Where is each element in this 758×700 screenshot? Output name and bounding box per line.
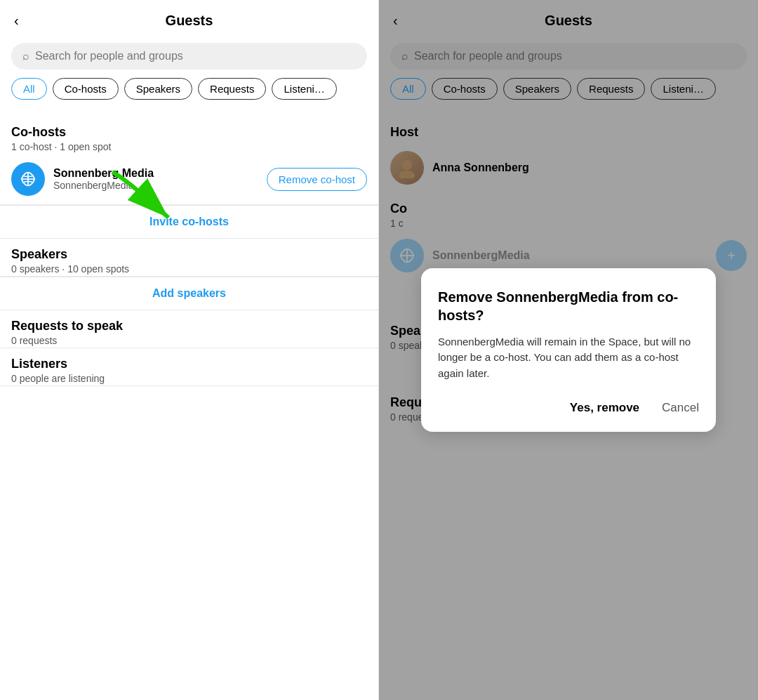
left-divider-6 — [0, 385, 378, 386]
modal-body: SonnenbergMedia will remain in the Space… — [438, 334, 699, 382]
left-speakers-title: Speakers — [11, 247, 367, 262]
remove-cohost-button[interactable]: Remove co-host — [267, 168, 367, 191]
remove-cohost-modal: Remove SonnenbergMedia from co-hosts? So… — [421, 268, 716, 432]
left-tab-all[interactable]: All — [11, 78, 47, 100]
left-search-bar[interactable]: ⌕ — [11, 43, 367, 70]
left-invite-cohosts-link[interactable]: Invite co-hosts — [0, 205, 378, 238]
left-tab-cohosts[interactable]: Co-hosts — [53, 78, 119, 100]
left-search-icon: ⌕ — [22, 50, 29, 62]
left-cohosts-title: Co-hosts — [11, 125, 367, 140]
left-tab-speakers[interactable]: Speakers — [124, 78, 192, 100]
left-sonnenberg-handle: SonnenbergMedia — [53, 180, 258, 191]
left-speakers-subtitle: 0 speakers · 10 open spots — [11, 263, 367, 275]
left-title: Guests — [166, 13, 213, 29]
left-requests-section: Requests to speak 0 requests — [0, 310, 378, 348]
left-cohosts-section: Co-hosts 1 co-host · 1 open spot — [0, 117, 378, 154]
left-add-speakers-link[interactable]: Add speakers — [0, 277, 378, 310]
modal-confirm-button[interactable]: Yes, remove — [570, 398, 639, 418]
left-listeners-section: Listeners 0 people are listening — [0, 348, 378, 385]
left-sonnenberg-row: Sonnenberg Media SonnenbergMedia Remove … — [0, 154, 378, 204]
left-speakers-section: Speakers 0 speakers · 10 open spots — [0, 239, 378, 276]
right-panel: ‹ Guests ⌕ All Co-hosts Speakers Request… — [379, 0, 758, 700]
left-tab-listeners[interactable]: Listeni… — [272, 78, 336, 100]
modal-cancel-button[interactable]: Cancel — [662, 398, 699, 418]
left-requests-title: Requests to speak — [11, 319, 367, 334]
left-back-button[interactable]: ‹ — [14, 13, 19, 29]
left-sonnenberg-info: Sonnenberg Media SonnenbergMedia — [53, 167, 258, 191]
modal-overlay: Remove SonnenbergMedia from co-hosts? So… — [379, 0, 758, 700]
left-panel: ‹ Guests ⌕ All Co-hosts Speakers Request… — [0, 0, 379, 700]
left-sonnenberg-name: Sonnenberg Media — [53, 167, 258, 180]
left-search-input[interactable] — [35, 50, 356, 62]
left-tab-requests[interactable]: Requests — [198, 78, 266, 100]
left-header: ‹ Guests — [0, 0, 378, 37]
left-requests-subtitle: 0 requests — [11, 335, 367, 346]
left-cohosts-subtitle: 1 co-host · 1 open spot — [11, 141, 367, 152]
modal-actions: Yes, remove Cancel — [438, 398, 699, 418]
left-content: Co-hosts 1 co-host · 1 open spot — [0, 111, 378, 700]
left-sonnenberg-avatar — [11, 162, 45, 196]
left-listeners-title: Listeners — [11, 357, 367, 371]
left-listeners-subtitle: 0 people are listening — [11, 373, 367, 384]
modal-title: Remove SonnenbergMedia from co-hosts? — [438, 288, 699, 324]
left-filter-tabs: All Co-hosts Speakers Requests Listeni… — [0, 78, 378, 111]
